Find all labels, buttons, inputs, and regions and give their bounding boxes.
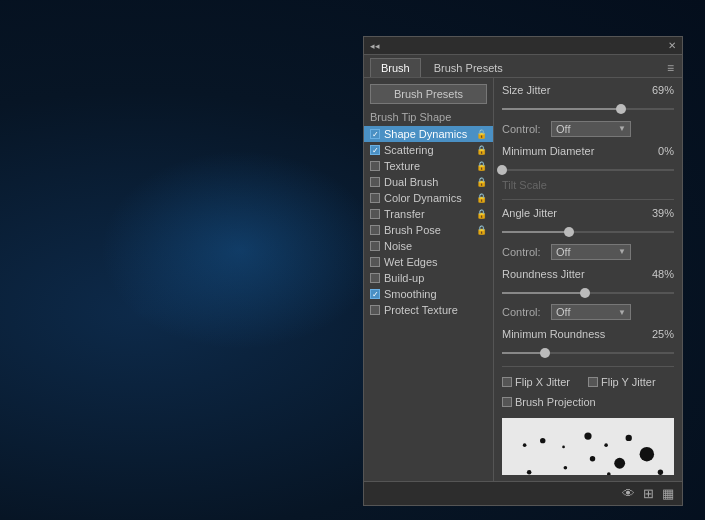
brush-proj-row: Brush Projection (502, 396, 674, 408)
angle-jitter-row: Angle Jitter 39% (502, 207, 674, 219)
checkbox-noise[interactable] (370, 241, 380, 251)
close-icon[interactable]: ✕ (668, 40, 676, 51)
tabs-container: Brush Brush Presets (370, 58, 514, 77)
svg-point-9 (640, 447, 654, 461)
panel-menu-icon[interactable]: ≡ (665, 59, 676, 77)
checkbox-transfer[interactable] (370, 209, 380, 219)
menu-item-color-dynamics[interactable]: Color Dynamics 🔒 (364, 190, 493, 206)
label-texture: Texture (384, 160, 420, 172)
checkbox-build-up[interactable] (370, 273, 380, 283)
svg-point-3 (564, 466, 568, 470)
svg-point-7 (614, 457, 625, 468)
min-roundness-label: Minimum Roundness (502, 328, 605, 340)
checkbox-dual-brush[interactable] (370, 177, 380, 187)
panel-title-controls: ◂◂ (370, 41, 380, 51)
roundness-jitter-thumb[interactable] (580, 288, 590, 298)
svg-point-15 (604, 443, 608, 447)
menu-item-smoothing[interactable]: ✓ Smoothing (364, 286, 493, 302)
menu-item-build-up[interactable]: Build-up (364, 270, 493, 286)
lock-icon-brush-pose: 🔒 (476, 225, 487, 235)
preview-dots-svg (502, 418, 674, 475)
tab-brush[interactable]: Brush (370, 58, 421, 77)
menu-item-shape-dynamics[interactable]: ✓ Shape Dynamics 🔒 (364, 126, 493, 142)
lock-icon-texture: 🔒 (476, 161, 487, 171)
flip-y-checkbox[interactable] (588, 377, 598, 387)
control1-arrow: ▼ (618, 124, 626, 133)
menu-item-dual-brush[interactable]: Dual Brush 🔒 (364, 174, 493, 190)
min-diameter-thumb[interactable] (497, 165, 507, 175)
left-sidebar: Brush Presets Brush Tip Shape ✓ Shape Dy… (364, 78, 494, 481)
control2-select[interactable]: Off ▼ (551, 244, 631, 260)
label-color-dynamics: Color Dynamics (384, 192, 462, 204)
flip-x-checkbox[interactable] (502, 377, 512, 387)
control2-value: Off (556, 246, 570, 258)
panel-icon[interactable]: ▦ (662, 486, 674, 501)
roundness-jitter-value: 48% (644, 268, 674, 280)
min-diameter-label: Minimum Diameter (502, 145, 594, 157)
min-diameter-row: Minimum Diameter 0% (502, 145, 674, 157)
svg-point-5 (590, 456, 595, 461)
grid-icon[interactable]: ⊞ (643, 486, 654, 501)
svg-point-16 (626, 434, 632, 440)
menu-item-noise[interactable]: Noise (364, 238, 493, 254)
angle-jitter-fill (502, 231, 569, 233)
eye-icon[interactable]: 👁 (622, 486, 635, 501)
min-diameter-value: 0% (644, 145, 674, 157)
lock-icon-color-dynamics: 🔒 (476, 193, 487, 203)
label-noise: Noise (384, 240, 412, 252)
control2-label: Control: (502, 246, 547, 258)
roundness-jitter-row: Roundness Jitter 48% (502, 268, 674, 280)
control1-select[interactable]: Off ▼ (551, 121, 631, 137)
lock-icon-transfer: 🔒 (476, 209, 487, 219)
control3-label: Control: (502, 306, 547, 318)
min-roundness-slider[interactable] (502, 347, 674, 355)
svg-point-12 (540, 437, 545, 442)
roundness-jitter-slider[interactable] (502, 287, 674, 295)
checkbox-smoothing[interactable]: ✓ (370, 289, 380, 299)
checkbox-wet-edges[interactable] (370, 257, 380, 267)
lock-icon-dual-brush: 🔒 (476, 177, 487, 187)
min-roundness-thumb[interactable] (540, 348, 550, 358)
menu-item-wet-edges[interactable]: Wet Edges (364, 254, 493, 270)
size-jitter-label: Size Jitter (502, 84, 550, 96)
angle-jitter-thumb[interactable] (564, 227, 574, 237)
checkbox-shape-dynamics[interactable]: ✓ (370, 129, 380, 139)
menu-item-protect-texture[interactable]: Protect Texture (364, 302, 493, 318)
min-roundness-fill (502, 352, 545, 354)
size-jitter-thumb[interactable] (616, 104, 626, 114)
brush-presets-button[interactable]: Brush Presets (370, 84, 487, 104)
flip-y-item: Flip Y Jitter (588, 376, 656, 388)
brush-proj-checkbox[interactable] (502, 397, 512, 407)
menu-item-brush-pose[interactable]: Brush Pose 🔒 (364, 222, 493, 238)
svg-point-11 (523, 443, 527, 447)
angle-jitter-value: 39% (644, 207, 674, 219)
checkbox-color-dynamics[interactable] (370, 193, 380, 203)
label-dual-brush: Dual Brush (384, 176, 438, 188)
angle-jitter-slider[interactable] (502, 226, 674, 234)
control3-select[interactable]: Off ▼ (551, 304, 631, 320)
menu-item-transfer[interactable]: Transfer 🔒 (364, 206, 493, 222)
checkbox-texture[interactable] (370, 161, 380, 171)
flip-y-label: Flip Y Jitter (601, 376, 656, 388)
checkbox-protect-texture[interactable] (370, 305, 380, 315)
roundness-control-row: Control: Off ▼ (502, 304, 674, 320)
tab-brush-presets[interactable]: Brush Presets (423, 58, 514, 77)
svg-point-13 (562, 445, 565, 448)
checkbox-scattering[interactable]: ✓ (370, 145, 380, 155)
svg-point-10 (658, 469, 663, 474)
min-diameter-slider[interactable] (502, 164, 674, 172)
collapse-icon[interactable]: ◂◂ (370, 41, 380, 51)
svg-point-1 (527, 470, 532, 475)
roundness-jitter-fill (502, 292, 585, 294)
size-jitter-slider[interactable] (502, 103, 674, 111)
min-roundness-row: Minimum Roundness 25% (502, 328, 674, 340)
panel-body: Brush Presets Brush Tip Shape ✓ Shape Dy… (364, 78, 682, 481)
checkbox-brush-pose[interactable] (370, 225, 380, 235)
menu-item-texture[interactable]: Texture 🔒 (364, 158, 493, 174)
svg-point-6 (607, 472, 611, 475)
tab-bar: Brush Brush Presets ≡ (364, 55, 682, 78)
menu-item-scattering[interactable]: ✓ Scattering 🔒 (364, 142, 493, 158)
right-controls: Size Jitter 69% Control: Off ▼ Minimum D… (494, 78, 682, 481)
size-jitter-row: Size Jitter 69% (502, 84, 674, 96)
roundness-jitter-label: Roundness Jitter (502, 268, 585, 280)
